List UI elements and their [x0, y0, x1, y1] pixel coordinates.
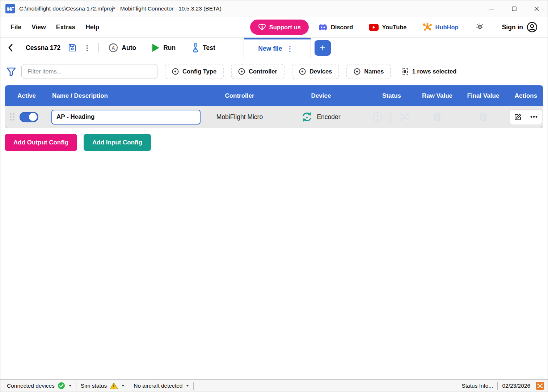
close-button[interactable]	[525, 0, 548, 17]
raw-value-placeholder: 8	[433, 110, 441, 124]
app-logo-icon: MF	[5, 4, 15, 13]
run-label: Run	[163, 44, 176, 52]
device-name: Encoder	[317, 113, 340, 121]
test-button[interactable]: Test	[187, 41, 220, 55]
tab-new-file[interactable]: New file ⋮	[244, 38, 311, 58]
header-status: Status	[366, 92, 417, 100]
menu-extras[interactable]: Extras	[51, 21, 81, 34]
config-table-header: Active Name / Description Controller Dev…	[5, 85, 543, 106]
filter-chip-controller[interactable]: Controller	[231, 64, 284, 79]
app-window: MF G:\mobiflight-docs\Cessna 172.mfproj*…	[0, 0, 548, 392]
filter-funnel-icon	[6, 67, 16, 77]
status-info-label: Status Info...	[461, 383, 493, 389]
theme-toggle-button[interactable]	[468, 20, 492, 34]
project-toolbar: Cessna 172 ⋮ A Auto Run	[0, 38, 548, 58]
window-controls	[480, 0, 548, 17]
filter-chip-devices[interactable]: Devices	[292, 64, 339, 79]
tab-menu-kebab[interactable]: ⋮	[283, 43, 296, 54]
rows-selected-label: 1 rows selected	[412, 68, 456, 75]
file-tabstrip: New file ⋮ +	[244, 38, 331, 58]
date-label: 02/23/2026	[502, 383, 530, 389]
discord-icon	[318, 24, 328, 31]
date-indicator: 02/23/2026	[498, 380, 545, 392]
menu-bar: File View Extras Help $ Support us Disco…	[0, 17, 548, 38]
precondition-off-icon	[399, 111, 411, 122]
aircraft-status[interactable]: No aircraft detected	[129, 380, 193, 392]
edit-config-button[interactable]	[510, 110, 526, 125]
minimize-button[interactable]	[480, 0, 503, 17]
config-table: Active Name / Description Controller Dev…	[5, 85, 543, 128]
header-active: Active	[5, 92, 48, 100]
status-icons	[372, 111, 411, 122]
support-us-label: Support us	[269, 24, 301, 31]
tab-new-file-label: New file	[258, 45, 282, 52]
connected-devices-label: Connected devices	[7, 383, 55, 389]
chevron-down-icon	[122, 385, 125, 387]
chip-controller-label: Controller	[249, 68, 277, 75]
menu-file[interactable]: File	[5, 21, 26, 34]
sign-in-label: Sign in	[502, 24, 523, 31]
add-tab-button[interactable]: +	[315, 40, 331, 56]
filter-chip-config-type[interactable]: Config Type	[165, 64, 224, 79]
selection-icon	[402, 68, 408, 75]
config-name-input[interactable]	[51, 110, 201, 125]
discord-label: Discord	[331, 24, 353, 31]
connected-devices-status[interactable]: Connected devices	[3, 380, 76, 392]
support-us-button[interactable]: $ Support us	[250, 20, 309, 35]
run-play-icon	[151, 43, 160, 52]
svg-text:A: A	[112, 45, 115, 51]
sim-status-label: Sim status	[81, 383, 107, 389]
discord-button[interactable]: Discord	[312, 21, 359, 34]
toolbar-divider	[98, 43, 99, 52]
test-label: Test	[203, 44, 215, 52]
chip-devices-label: Devices	[309, 68, 332, 75]
hubhop-status-icon[interactable]	[536, 382, 544, 390]
hubhop-label: HubHop	[435, 24, 459, 31]
header-name-description: Name / Description	[48, 92, 203, 100]
add-circle-icon	[299, 68, 306, 75]
filter-items-input[interactable]	[21, 64, 157, 79]
sim-status[interactable]: Sim status	[76, 380, 129, 392]
add-circle-icon	[354, 68, 361, 75]
save-button[interactable]	[66, 41, 79, 55]
add-circle-icon	[238, 68, 245, 75]
maximize-button[interactable]	[503, 0, 525, 17]
row-more-button[interactable]: •••	[526, 110, 542, 125]
empty-workspace	[0, 157, 548, 379]
heart-dollar-icon: $	[258, 24, 266, 31]
auto-icon: A	[108, 43, 118, 53]
add-output-config-button[interactable]: Add Output Config	[5, 134, 77, 151]
menu-help[interactable]: Help	[80, 21, 104, 34]
youtube-icon	[369, 24, 379, 31]
filter-chip-names[interactable]: Names	[346, 64, 391, 79]
active-toggle[interactable]	[20, 112, 38, 122]
config-row[interactable]: MobiFlight Micro Encoder	[5, 106, 543, 128]
sign-in-button[interactable]: Sign in	[495, 20, 543, 35]
warning-icon	[110, 382, 118, 389]
statusbar-divider	[193, 382, 194, 390]
header-actions: Actions	[509, 92, 543, 100]
flask-icon	[191, 43, 199, 52]
chip-names-label: Names	[364, 68, 384, 75]
auto-label: Auto	[122, 44, 136, 52]
project-menu-kebab[interactable]: ⋮	[81, 42, 93, 54]
hubhop-button[interactable]: HubHop	[416, 20, 465, 34]
window-title: G:\mobiflight-docs\Cessna 172.mfproj* - …	[19, 5, 222, 12]
sun-icon	[476, 23, 484, 31]
back-button[interactable]	[6, 42, 15, 54]
add-config-row: Add Output Config Add Input Config	[0, 128, 548, 157]
chevron-down-icon	[69, 385, 72, 387]
menu-view[interactable]: View	[26, 21, 51, 34]
svg-text:$: $	[261, 26, 263, 29]
status-info-link[interactable]: Status Info...	[457, 380, 497, 392]
drag-handle[interactable]	[10, 113, 14, 121]
youtube-button[interactable]: YouTube	[362, 21, 413, 34]
header-device: Device	[276, 92, 366, 100]
header-controller: Controller	[203, 92, 276, 100]
alert-icon	[372, 111, 383, 122]
auto-mode-button[interactable]: A Auto	[104, 41, 140, 55]
add-input-config-button[interactable]: Add Input Config	[84, 134, 151, 151]
final-value-placeholder: 8	[479, 110, 487, 124]
rows-selected-indicator: 1 rows selected	[402, 68, 456, 75]
run-button[interactable]: Run	[147, 41, 180, 55]
